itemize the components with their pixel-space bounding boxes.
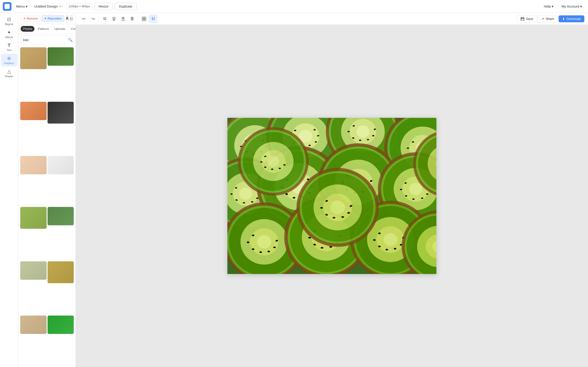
account-button[interactable]: My Account ▾ (558, 3, 585, 10)
list-item[interactable] (20, 102, 47, 120)
svg-point-42 (356, 125, 369, 138)
sidebar-item-bkgrnd[interactable]: ⊡ Bkgrnd (1, 15, 17, 27)
help-button[interactable]: Help ▾ (541, 3, 556, 10)
canvas-size: 1200px × 900px (66, 3, 92, 9)
topbar: Menu ▾ Untitled Design ✏ 1200px × 900px … (0, 0, 588, 13)
canvas-image (227, 118, 436, 274)
svg-point-46 (359, 140, 361, 141)
grid-icon (142, 17, 146, 21)
toolbar-divider-2 (138, 16, 138, 22)
svg-point-80 (293, 197, 295, 199)
svg-rect-9 (144, 19, 146, 21)
canvas-area[interactable] (76, 25, 588, 367)
svg-point-145 (386, 249, 388, 250)
svg-rect-8 (142, 19, 144, 21)
svg-point-57 (407, 147, 409, 149)
layer-down-button[interactable] (109, 15, 118, 23)
svg-point-68 (251, 201, 253, 203)
tab-photos[interactable]: Photos (21, 26, 34, 32)
svg-point-115 (257, 235, 271, 249)
svg-point-63 (239, 188, 252, 200)
grid-button[interactable] (140, 15, 148, 23)
right-content: ↩ ↪ ⧉ 🗑 (76, 13, 588, 367)
list-item[interactable] (20, 316, 47, 334)
reposition-button[interactable]: ✦ Reposition (41, 15, 64, 22)
graphics-icon: ⊛ (7, 56, 11, 61)
svg-point-143 (373, 239, 376, 241)
arrow-icon: ▷ (70, 16, 73, 21)
sidebar-item-effects[interactable]: ✦ Effects (1, 28, 17, 41)
svg-point-130 (308, 237, 311, 239)
share-button[interactable]: ↗ Share (538, 15, 558, 23)
remove-x-icon: ✕ (23, 17, 26, 20)
magic-button[interactable]: U (149, 15, 157, 23)
svg-point-183 (341, 216, 344, 218)
remove-button[interactable]: ✕ Remove (21, 15, 40, 22)
layer-up-icon (121, 17, 125, 21)
list-item[interactable] (48, 207, 74, 225)
text-label: Text (7, 49, 11, 51)
delete-icon: 🗑 (130, 16, 134, 21)
svg-point-182 (333, 217, 335, 219)
effects-label: Effects (5, 36, 13, 39)
menu-button[interactable]: Menu ▾ (13, 3, 30, 10)
list-item[interactable] (48, 156, 74, 174)
search-bar: 🔍 (21, 36, 73, 44)
download-button[interactable]: ⬇ Download (559, 15, 584, 22)
search-icon: 🔍 (68, 38, 73, 42)
arrow-icon-button[interactable]: ▷ (70, 15, 73, 22)
redo-button[interactable]: ↪ (89, 15, 97, 23)
copy-button[interactable]: ⧉ (100, 15, 109, 23)
svg-point-65 (230, 193, 233, 195)
delete-button[interactable]: 🗑 (128, 15, 137, 23)
svg-point-180 (320, 207, 323, 209)
tab-uploads[interactable]: Uploads (52, 26, 68, 32)
list-item[interactable] (48, 102, 74, 124)
design-title-button[interactable]: Untitled Design ✏ (32, 3, 64, 10)
copy-icon: ⧉ (103, 16, 106, 21)
font-icon-button[interactable]: A (66, 15, 69, 22)
svg-point-103 (409, 183, 422, 195)
undo-icon: ↩ (82, 16, 86, 21)
sidebar-item-text[interactable]: T Text (1, 41, 17, 53)
duplicate-button[interactable]: Duplicate (115, 3, 137, 10)
svg-point-47 (367, 139, 369, 140)
search-input[interactable] (21, 36, 66, 44)
svg-point-33 (308, 145, 311, 146)
save-button[interactable]: 💾 Save (517, 15, 537, 23)
redo-icon: ↪ (91, 16, 95, 21)
sidebar-item-shapes[interactable]: △ Shapes (1, 67, 17, 79)
tab-color[interactable]: Color (69, 26, 76, 32)
list-item[interactable] (48, 47, 74, 66)
svg-point-107 (412, 199, 414, 200)
list-item[interactable] (20, 207, 47, 229)
left-panel: ✕ Remove ✦ Reposition A ▷ Photos Pattern… (18, 13, 76, 367)
shapes-label: Shapes (5, 75, 13, 78)
svg-marker-2 (113, 19, 115, 21)
svg-point-171 (279, 168, 281, 169)
app-logo[interactable] (3, 2, 11, 11)
search-button[interactable]: 🔍 (66, 36, 73, 44)
graphics-label: Graphics (4, 62, 14, 65)
main-layout: ⊡ Bkgrnd ✦ Effects T Text ⊛ Graphics △ S… (0, 13, 588, 367)
font-icon: A (66, 16, 69, 20)
resize-button[interactable]: Resize (94, 3, 113, 10)
tab-patterns[interactable]: Patterns (35, 26, 51, 32)
list-item[interactable] (48, 316, 74, 334)
sidebar-item-graphics[interactable]: ⊛ Graphics (1, 54, 17, 66)
list-item[interactable] (20, 156, 47, 174)
svg-rect-3 (122, 19, 125, 19)
svg-point-141 (384, 233, 397, 246)
sidebar-icons: ⊡ Bkgrnd ✦ Effects T Text ⊛ Graphics △ S… (0, 13, 18, 367)
layer-up-button[interactable] (119, 15, 127, 23)
svg-point-170 (271, 168, 273, 170)
list-item[interactable] (48, 261, 74, 283)
svg-point-108 (421, 198, 423, 199)
svg-rect-1 (112, 17, 116, 18)
svg-point-109 (426, 193, 428, 195)
list-item[interactable] (20, 47, 47, 69)
svg-point-172 (283, 164, 285, 166)
share-icon: ↗ (541, 17, 544, 21)
list-item[interactable] (20, 261, 47, 280)
undo-button[interactable]: ↩ (79, 15, 88, 23)
